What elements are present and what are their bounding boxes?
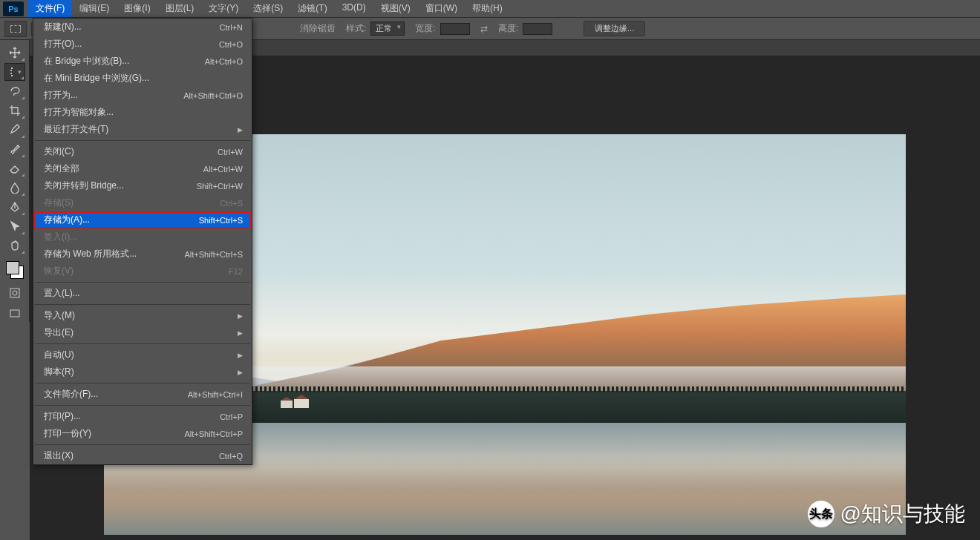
quick-mask-toggle[interactable] [4,285,25,301]
width-field[interactable] [440,23,470,35]
menuitem-关闭并转到-Bridge[interactable]: 关闭并转到 Bridge...Shift+Ctrl+W [33,177,252,194]
toolbox [0,40,30,322]
menuitem-置入L[interactable]: 置入(L)... [33,285,252,302]
menuitem-存储S: 存储(S)Ctrl+S [33,194,252,211]
height-label: 高度: [498,22,518,35]
ps-logo: Ps [3,1,24,16]
path-select-tool[interactable] [4,217,25,235]
menuitem-退出X[interactable]: 退出(X)Ctrl+Q [33,447,252,464]
menuitem-存储为-Web-所用格式[interactable]: 存储为 Web 所用格式...Alt+Shift+Ctrl+S [33,246,252,263]
menuitem-最近打开文件T[interactable]: 最近打开文件(T)▶ [33,121,252,138]
menu-选择[interactable]: 选择(S) [246,0,290,17]
width-label: 宽度: [415,22,435,35]
menu-窗口[interactable]: 窗口(W) [418,0,465,17]
menu-视图[interactable]: 视图(V) [373,0,418,17]
menuitem-脚本R[interactable]: 脚本(R)▶ [33,363,252,381]
menubar: Ps 文件(F)编辑(E)图像(I)图层(L)文字(Y)选择(S)滤镜(T)3D… [0,0,980,18]
menu-帮助[interactable]: 帮助(H) [465,0,510,17]
menuitem-在-Bridge-中浏览B[interactable]: 在 Bridge 中浏览(B)...Alt+Ctrl+O [33,53,252,70]
menu-图像[interactable]: 图像(I) [117,0,157,17]
menuitem-新建N[interactable]: 新建(N)...Ctrl+N [33,19,252,36]
marquee-tool[interactable] [4,63,25,81]
menuitem-打印P[interactable]: 打印(P)...Ctrl+P [33,408,252,425]
menu-separator [35,282,250,283]
menuitem-存储为A[interactable]: 存储为(A)...Shift+Ctrl+S [33,211,252,228]
menuitem-自动U[interactable]: 自动(U)▶ [33,346,252,363]
menu-separator [35,343,250,344]
menuitem-打开为智能对象[interactable]: 打开为智能对象... [33,104,252,121]
menuitem-打开为[interactable]: 打开为...Alt+Shift+Ctrl+O [33,87,252,104]
style-select[interactable]: 正常 [370,22,405,36]
menuitem-文件简介F[interactable]: 文件简介(F)...Alt+Shift+Ctrl+I [33,386,252,403]
menuitem-恢复V: 恢复(V)F12 [33,263,252,280]
pen-tool[interactable] [4,198,25,216]
menuitem-关闭全部[interactable]: 关闭全部Alt+Ctrl+W [33,160,252,177]
menu-separator [35,140,250,141]
menuitem-关闭C[interactable]: 关闭(C)Ctrl+W [33,143,252,160]
watermark-logo: 头条 [808,501,834,527]
menu-separator [35,304,250,305]
menuitem-导入M[interactable]: 导入(M)▶ [33,307,252,324]
menuitem-打开O[interactable]: 打开(O)...Ctrl+O [33,36,252,53]
eraser-tool[interactable] [4,159,25,177]
style-label: 样式: [346,22,366,35]
menu-separator [35,444,250,445]
menu-编辑[interactable]: 编辑(E) [72,0,117,17]
swap-icon[interactable]: ⇄ [480,24,488,34]
svg-rect-7 [11,68,13,76]
tool-preset-picker[interactable] [4,21,27,37]
watermark-text: @知识与技能 [840,500,965,528]
refine-edge-button[interactable]: 调整边缘... [584,21,645,36]
file-menu-dropdown: 新建(N)...Ctrl+N打开(O)...Ctrl+O在 Bridge 中浏览… [33,18,252,465]
lasso-tool[interactable] [4,82,25,100]
menu-3d[interactable]: 3D(D) [335,0,373,17]
brush-tool[interactable] [4,140,25,158]
menu-图层[interactable]: 图层(L) [158,0,202,17]
menuitem-导出E[interactable]: 导出(E)▶ [33,324,252,341]
color-swatches[interactable] [4,260,25,280]
menu-separator [35,405,250,406]
eyedropper-tool[interactable] [4,121,25,139]
move-tool[interactable] [4,44,25,62]
menu-文字[interactable]: 文字(Y) [201,0,246,17]
menu-文件[interactable]: 文件(F) [28,0,72,17]
menuitem-在-Mini-Bridge-中浏览G[interactable]: 在 Mini Bridge 中浏览(G)... [33,70,252,87]
watermark: 头条 @知识与技能 [808,500,965,528]
menu-滤镜[interactable]: 滤镜(T) [290,0,334,17]
menuitem-签入I: 签入(I)... [33,228,252,246]
svg-rect-8 [10,289,19,297]
svg-rect-10 [10,310,19,317]
antialias-label: 消除锯齿 [300,22,336,35]
menu-separator [35,383,250,383]
hand-tool[interactable] [4,237,25,254]
menuitem-打印一份Y[interactable]: 打印一份(Y)Alt+Shift+Ctrl+P [33,425,252,442]
svg-point-9 [13,291,17,295]
marquee-icon [10,25,21,33]
crop-tool[interactable] [4,102,25,119]
screen-mode-toggle[interactable] [4,306,25,322]
height-field[interactable] [523,23,552,35]
foreground-color[interactable] [6,261,19,274]
blur-tool[interactable] [4,179,25,197]
image-buildings [281,395,310,408]
